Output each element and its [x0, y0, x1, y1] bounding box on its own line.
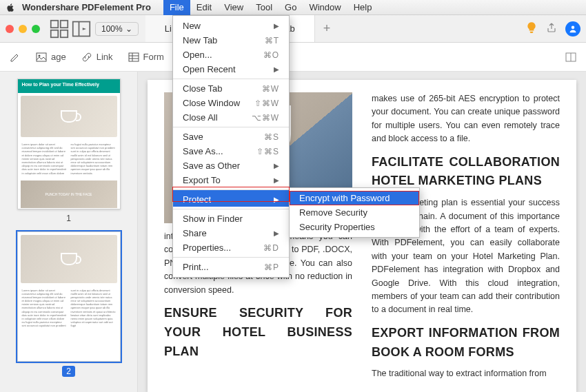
ribbon-label: Link — [97, 52, 113, 62]
svg-rect-4 — [73, 21, 90, 36]
minimize-window-button[interactable] — [19, 25, 27, 33]
protect-item-encrypt-with-password[interactable]: Encrypt with Password — [290, 191, 419, 205]
submenu-arrow-icon: ▶ — [274, 229, 279, 237]
body-text: makes use of 265-bit AES encryption to p… — [372, 92, 560, 146]
menu-item-shortcut: ⌘S — [264, 132, 279, 142]
menu-item-shortcut: ⌥⌘W — [252, 113, 279, 123]
page-number-2: 2 — [62, 366, 75, 377]
link-tool[interactable]: Link — [81, 52, 113, 63]
protect-item-remove-security[interactable]: Remove Security — [290, 205, 419, 220]
menu-item-label: Close All — [183, 112, 218, 123]
menu-item-label: Print... — [183, 262, 209, 272]
form-tool[interactable]: Form — [128, 52, 164, 63]
file-menu-item-save-as-other[interactable]: Save as Other▶ — [173, 158, 289, 173]
file-menu-item-export-to[interactable]: Export To▶ — [173, 173, 289, 187]
menu-item-shortcut: ⌘T — [265, 36, 279, 45]
menu-item-label: New Tab — [183, 35, 217, 45]
menu-item-shortcut: ⇧⌘W — [254, 99, 279, 108]
file-menu-item-new[interactable]: New▶ — [173, 19, 289, 33]
svg-point-8 — [39, 54, 41, 56]
user-avatar[interactable] — [565, 21, 580, 37]
page-thumbnail-1[interactable]: How to Plan your Time Effectively Lorem … — [17, 79, 121, 209]
menu-item-label: Properties... — [183, 243, 231, 253]
zoom-value: 100% — [101, 24, 123, 34]
menu-item-shortcut: ⌘W — [262, 84, 279, 94]
thumb-text: Lorem ipsum dolor sit amet consectetur a… — [18, 140, 120, 178]
sidebar-toggle-icon[interactable] — [72, 20, 91, 38]
thumb-image — [21, 235, 117, 283]
menu-item-label: New — [183, 21, 201, 31]
file-menu-item-protect[interactable]: Protect▶ — [173, 189, 289, 207]
menu-window[interactable]: Window — [303, 0, 347, 15]
file-menu-item-close-tab[interactable]: Close Tab⌘W — [173, 79, 289, 96]
file-menu-item-share[interactable]: Share▶ — [173, 226, 289, 240]
menu-item-label: Close Window — [183, 98, 240, 108]
file-menu-item-new-tab[interactable]: New Tab⌘T — [173, 33, 289, 48]
file-menu-item-properties[interactable]: Properties...⌘D — [173, 240, 289, 255]
menu-view[interactable]: View — [218, 0, 250, 15]
heading: FACILITATE COLLABORATION HOTEL MARKETING… — [372, 153, 560, 192]
svg-point-6 — [572, 25, 575, 29]
page-thumbnail-2[interactable]: Lorem ipsum dolor sit amet consectetur a… — [17, 231, 121, 362]
menu-item-label: Share — [183, 228, 207, 238]
thumb-title: How to Plan your Time Effectively — [18, 79, 120, 93]
svg-rect-1 — [61, 20, 68, 28]
menu-edit[interactable]: Edit — [190, 0, 218, 15]
menu-item-label: Save as Other — [183, 161, 240, 171]
file-menu-item-save[interactable]: Save⌘S — [173, 127, 289, 144]
menu-item-shortcut: ⇧⌘S — [256, 147, 279, 156]
fullscreen-window-button[interactable] — [32, 25, 40, 33]
window-titlebar: 100%⌄ Li an New Tab + — [0, 15, 586, 43]
image-tool[interactable]: age — [36, 52, 66, 63]
menu-item-label: Open... — [183, 50, 212, 60]
window-controls — [6, 25, 40, 33]
reader-view-icon[interactable] — [565, 52, 576, 63]
menu-item-label: Close Tab — [183, 83, 223, 94]
menu-item-shortcut: ⌘P — [264, 262, 279, 272]
file-menu-item-show-in-finder[interactable]: Show in Finder — [173, 209, 289, 226]
svg-rect-7 — [37, 53, 46, 61]
thumb-image: PUNCH TODAY IN THE FACE — [21, 180, 117, 208]
tab-label: Li — [165, 23, 172, 34]
protect-item-security-properties[interactable]: Security Properties — [290, 220, 419, 234]
submenu-arrow-icon: ▶ — [274, 196, 279, 203]
close-window-button[interactable] — [6, 25, 14, 33]
highlight-tool[interactable] — [10, 52, 21, 63]
menu-tool[interactable]: Tool — [250, 0, 279, 15]
share-icon[interactable] — [546, 22, 557, 35]
svg-rect-0 — [51, 20, 59, 28]
submenu-arrow-icon: ▶ — [274, 22, 279, 30]
menu-item-shortcut: ⌘D — [263, 243, 279, 253]
tool-ribbon: age Link Form Redact Tool⌄ — [0, 43, 586, 72]
file-menu-item-print[interactable]: Print...⌘P — [173, 257, 289, 274]
file-menu-item-close-all[interactable]: Close All⌥⌘W — [173, 110, 289, 125]
menu-item-label: Open Recent — [183, 64, 236, 74]
thumbnails-view-icon[interactable] — [50, 20, 69, 38]
body-text: The traditional way to extract informati… — [372, 367, 560, 380]
app-name: Wondershare PDFelement Pro — [22, 2, 151, 12]
thumbnails-sidebar: How to Plan your Time Effectively Lorem … — [0, 72, 138, 392]
chevron-down-icon: ⌄ — [125, 24, 132, 34]
menu-file[interactable]: File — [163, 0, 190, 15]
menu-item-label: Save — [183, 132, 203, 142]
thumb-text: Lorem ipsum dolor sit amet consectetur a… — [18, 286, 120, 331]
ribbon-label: age — [51, 52, 66, 62]
protect-submenu: Encrypt with PasswordRemove SecuritySecu… — [289, 187, 420, 238]
ribbon-label: Form — [143, 52, 164, 62]
file-menu-item-open[interactable]: Open...⌘O — [173, 48, 289, 62]
file-menu-dropdown: New▶New Tab⌘TOpen...⌘OOpen Recent▶Close … — [172, 15, 290, 278]
submenu-arrow-icon: ▶ — [274, 176, 279, 184]
tips-icon[interactable] — [525, 21, 538, 36]
file-menu-item-save-as[interactable]: Save As...⇧⌘S — [173, 144, 289, 158]
apple-menu-icon[interactable] — [6, 3, 15, 12]
zoom-level-selector[interactable]: 100%⌄ — [95, 22, 139, 36]
svg-rect-3 — [61, 30, 68, 37]
menu-help[interactable]: Help — [347, 0, 378, 15]
menu-item-shortcut: ⌘O — [263, 50, 279, 60]
submenu-arrow-icon: ▶ — [274, 162, 279, 169]
file-menu-item-open-recent[interactable]: Open Recent▶ — [173, 62, 289, 76]
menu-item-label: Export To — [183, 175, 221, 185]
menu-go[interactable]: Go — [279, 0, 303, 15]
file-menu-item-close-window[interactable]: Close Window⇧⌘W — [173, 96, 289, 110]
new-tab-button[interactable]: + — [315, 21, 339, 36]
